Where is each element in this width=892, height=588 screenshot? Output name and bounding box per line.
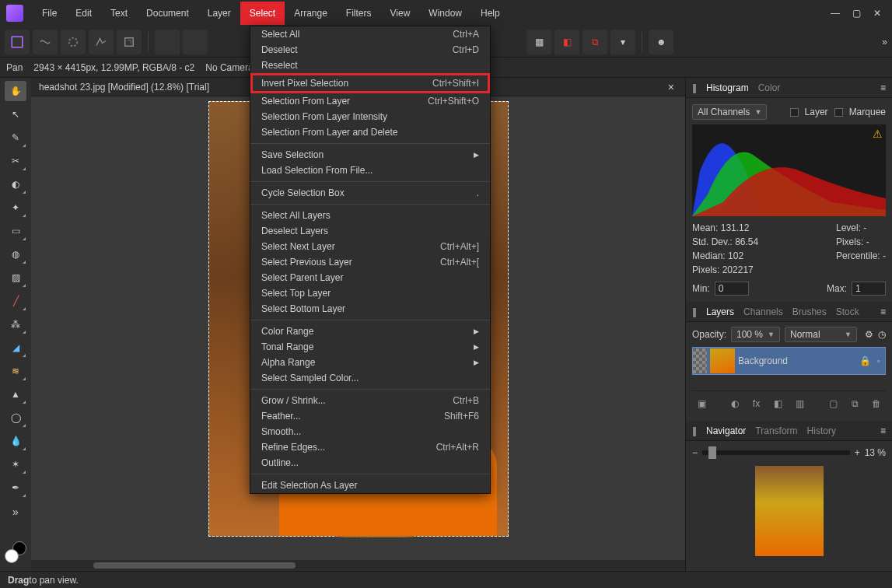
toolbar-button[interactable] xyxy=(183,30,208,54)
persona-tone-icon[interactable] xyxy=(89,30,114,54)
gear-icon[interactable]: ⚙ xyxy=(865,329,873,340)
pan-tool-icon[interactable]: ✋ xyxy=(5,81,26,101)
menu-item-cycle-selection-box[interactable]: Cycle Selection Box. xyxy=(250,185,490,201)
menu-item-alpha-range[interactable]: Alpha Range▶ xyxy=(250,355,490,370)
menu-window[interactable]: Window xyxy=(419,2,471,25)
menu-item-deselect-layers[interactable]: Deselect Layers xyxy=(250,223,490,239)
menu-item-color-range[interactable]: Color Range▶ xyxy=(250,324,490,339)
delete-icon[interactable]: 🗑 xyxy=(869,396,884,411)
menu-file[interactable]: File xyxy=(33,2,66,25)
assistant-icon[interactable]: ☻ xyxy=(649,30,673,54)
menu-edit[interactable]: Edit xyxy=(66,2,101,25)
fx-icon[interactable]: fx xyxy=(749,396,764,411)
min-input[interactable] xyxy=(715,282,749,296)
panel-collapse-icon[interactable]: ‖ xyxy=(692,306,697,317)
menu-item-refine-edges-[interactable]: Refine Edges...Ctrl+Alt+R xyxy=(250,439,490,455)
crop-layer-icon[interactable]: ◧ xyxy=(771,396,786,411)
persona-develop-icon[interactable] xyxy=(61,30,86,54)
layer-row[interactable]: Background 🔒◦ xyxy=(692,347,886,375)
panel-menu-icon[interactable]: ≡ xyxy=(880,425,886,436)
paint-mixer-tool-icon[interactable]: ⁂ xyxy=(5,314,26,334)
marquee-tool-icon[interactable]: ▭ xyxy=(5,221,26,241)
menu-item-selection-from-layer[interactable]: Selection From LayerCtrl+Shift+O xyxy=(250,93,490,109)
menu-item-save-selection[interactable]: Save Selection▶ xyxy=(250,147,490,163)
flood-fill-tool-icon[interactable]: ◍ xyxy=(5,244,26,264)
menu-item-tonal-range[interactable]: Tonal Range▶ xyxy=(250,339,490,355)
selection-brush-tool-icon[interactable]: ◐ xyxy=(5,174,26,194)
duplicate-icon[interactable]: ⧉ xyxy=(847,396,862,411)
adjustment-icon[interactable]: ◐ xyxy=(727,396,743,411)
menu-item-select-previous-layer[interactable]: Select Previous LayerCtrl+Alt+[ xyxy=(250,254,490,270)
layers-tab[interactable]: Layers xyxy=(706,306,734,317)
inpaint-tool-icon[interactable]: ▲ xyxy=(5,384,26,404)
sharpen-tool-icon[interactable]: ✶ xyxy=(5,454,26,474)
menu-text[interactable]: Text xyxy=(101,2,137,25)
tool-expand-icon[interactable]: » xyxy=(12,506,19,518)
snapping-options-icon[interactable]: ▾ xyxy=(610,30,635,54)
menu-item-smooth-[interactable]: Smooth... xyxy=(250,424,490,439)
smudge-tool-icon[interactable]: 💧 xyxy=(5,431,26,451)
foreground-color-swatch[interactable] xyxy=(5,549,19,563)
magic-wand-tool-icon[interactable]: ✦ xyxy=(5,198,26,218)
menu-document[interactable]: Document xyxy=(137,2,198,25)
zoom-slider[interactable] xyxy=(702,450,850,455)
channels-tab[interactable]: Channels xyxy=(743,306,783,317)
menu-item-select-bottom-layer[interactable]: Select Bottom Layer xyxy=(250,301,490,317)
menu-item-select-all[interactable]: Select AllCtrl+A xyxy=(250,26,490,42)
layer-visibility-icon[interactable] xyxy=(693,348,707,373)
layer-options-icon[interactable]: ◷ xyxy=(878,329,886,340)
transform-tab[interactable]: Transform xyxy=(755,425,797,436)
group-icon[interactable]: ▥ xyxy=(792,396,808,411)
lock-icon[interactable]: 🔒 xyxy=(859,355,871,366)
toolbar-button[interactable] xyxy=(155,30,180,54)
menu-view[interactable]: View xyxy=(381,2,420,25)
zoom-out-icon[interactable]: − xyxy=(692,447,698,458)
snapping-icon[interactable]: ⧉ xyxy=(582,30,607,54)
zoom-in-icon[interactable]: + xyxy=(855,447,860,458)
navigator-thumbnail[interactable] xyxy=(755,466,824,556)
persona-photo-icon[interactable] xyxy=(5,30,30,54)
menu-item-edit-selection-as-layer[interactable]: Edit Selection As Layer xyxy=(250,478,490,493)
menu-item-select-top-layer[interactable]: Select Top Layer xyxy=(250,285,490,301)
panel-menu-icon[interactable]: ≡ xyxy=(880,306,886,317)
menu-item-select-all-layers[interactable]: Select All Layers xyxy=(250,208,490,223)
navigator-tab[interactable]: Navigator xyxy=(706,425,746,436)
menu-select[interactable]: Select xyxy=(240,2,285,25)
menu-filters[interactable]: Filters xyxy=(337,2,381,25)
minimize-icon[interactable]: — xyxy=(831,8,840,19)
paint-brush-tool-icon[interactable]: ╱ xyxy=(5,291,26,311)
blend-mode-dropdown[interactable]: Normal▼ xyxy=(785,327,857,342)
horizontal-scrollbar[interactable] xyxy=(31,560,685,571)
color-wells[interactable] xyxy=(5,541,26,563)
erase-tool-icon[interactable]: ◢ xyxy=(5,338,26,358)
menu-item-feather-[interactable]: Feather...Shift+F6 xyxy=(250,408,490,424)
channel-dropdown[interactable]: All Channels▼ xyxy=(692,104,767,120)
menu-item-outline-[interactable]: Outline... xyxy=(250,455,490,471)
layer-checkbox[interactable] xyxy=(790,108,799,117)
max-input[interactable] xyxy=(852,282,886,296)
move-tool-icon[interactable]: ↖ xyxy=(5,104,26,124)
link-icon[interactable]: ◦ xyxy=(877,355,880,366)
menu-item-selection-from-layer-and-delete[interactable]: Selection From Layer and Delete xyxy=(250,124,490,140)
close-tab-icon[interactable]: × xyxy=(665,81,677,93)
mask-icon[interactable]: ▣ xyxy=(694,396,709,411)
menu-layer[interactable]: Layer xyxy=(198,2,240,25)
color-tab[interactable]: Color xyxy=(758,82,781,93)
persona-liquify-icon[interactable] xyxy=(33,30,58,54)
menu-item-select-sampled-color-[interactable]: Select Sampled Color... xyxy=(250,370,490,386)
history-tab[interactable]: History xyxy=(807,425,836,436)
split-view-icon[interactable]: ◧ xyxy=(554,30,579,54)
close-icon[interactable]: ✕ xyxy=(873,8,881,19)
menu-item-invert-pixel-selection[interactable]: Invert Pixel SelectionCtrl+Shift+I xyxy=(250,73,490,93)
menu-item-deselect[interactable]: DeselectCtrl+D xyxy=(250,42,490,58)
panel-collapse-icon[interactable]: ‖ xyxy=(692,425,697,436)
menu-arrange[interactable]: Arrange xyxy=(285,2,337,25)
menu-help[interactable]: Help xyxy=(471,2,509,25)
maximize-icon[interactable]: ▢ xyxy=(852,8,861,19)
toolbar-overflow-icon[interactable]: » xyxy=(882,37,887,47)
gradient-tool-icon[interactable]: ▨ xyxy=(5,268,26,288)
stock-tab[interactable]: Stock xyxy=(836,306,859,317)
grid-icon[interactable]: ▦ xyxy=(526,30,551,54)
menu-item-selection-from-layer-intensity[interactable]: Selection From Layer Intensity xyxy=(250,109,490,124)
menu-item-select-next-layer[interactable]: Select Next LayerCtrl+Alt+] xyxy=(250,239,490,254)
